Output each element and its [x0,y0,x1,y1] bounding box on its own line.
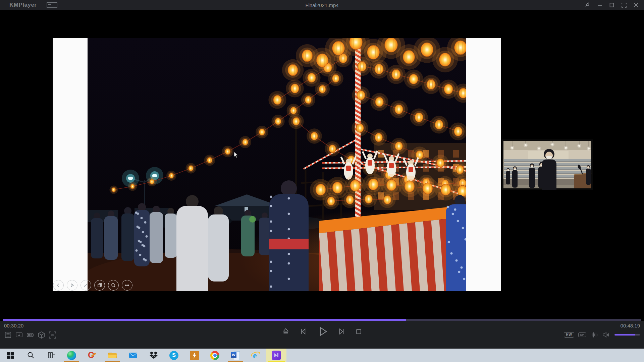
pin-icon[interactable] [583,1,592,9]
minimize-button[interactable] [595,1,604,9]
taskbar-word[interactable]: W [225,349,246,362]
video-overlay-controls [53,280,132,291]
hw-decoder-button[interactable]: HW [564,332,574,338]
window-controls [583,0,641,10]
fullscreen-button[interactable] [619,1,629,9]
taskbar-skype[interactable]: S [164,349,184,362]
video-content [88,38,466,291]
pip-scene [502,139,593,190]
mouse-cursor [234,152,238,158]
subtitles-button[interactable] [578,331,586,339]
taskbar-chrome[interactable] [205,349,225,362]
video-surface[interactable] [53,38,501,291]
transport-controls [0,325,644,338]
taskbar-search[interactable] [20,349,41,362]
taskbar-internet-explorer[interactable]: e [246,349,266,362]
stop-button[interactable] [355,327,363,336]
volume-slider[interactable] [614,334,640,336]
overlay-more-button[interactable] [122,280,132,291]
volume-fill [614,334,635,336]
kmplayer-window: KMPlayer Final2021.mp4 [0,0,644,362]
next-button[interactable] [337,327,346,336]
titlebar: KMPlayer Final2021.mp4 [0,0,644,10]
taskbar: CSWe ?i TUR 21:37 08/04/2021 [0,349,644,362]
taskbar-edge[interactable] [61,349,82,362]
total-time: 00:48:19 [564,323,640,328]
taskbar-mail[interactable] [123,349,143,362]
open-button[interactable] [281,327,290,336]
window-title: Final2021.mp4 [0,2,644,8]
previous-button[interactable] [299,327,308,336]
control-bar: 00:30:20 00:48:19 HW [0,321,644,349]
play-button[interactable] [316,325,328,338]
overlay-edit-button[interactable] [80,280,91,291]
maximize-button[interactable] [607,1,616,9]
equalizer-button[interactable] [590,331,598,339]
taskbar-kmplayer[interactable] [266,349,286,362]
taskbar-task-view[interactable] [41,349,61,362]
overlay-play-button[interactable] [67,280,77,291]
taskbar-start[interactable] [0,349,20,362]
overlay-back-button[interactable] [53,280,64,291]
taskbar-dropbox[interactable] [143,349,164,362]
taskbar-flash-app[interactable] [184,349,205,362]
taskbar-ccleaner[interactable]: C [82,349,102,362]
overlay-zoom-button[interactable] [108,280,119,291]
overlay-frames-button[interactable] [94,280,105,291]
festival-scene [88,38,466,291]
close-button[interactable] [631,1,641,9]
speaker-icon[interactable] [602,331,610,339]
pip-video[interactable] [502,139,593,190]
taskbar-file-explorer[interactable] [102,349,123,362]
